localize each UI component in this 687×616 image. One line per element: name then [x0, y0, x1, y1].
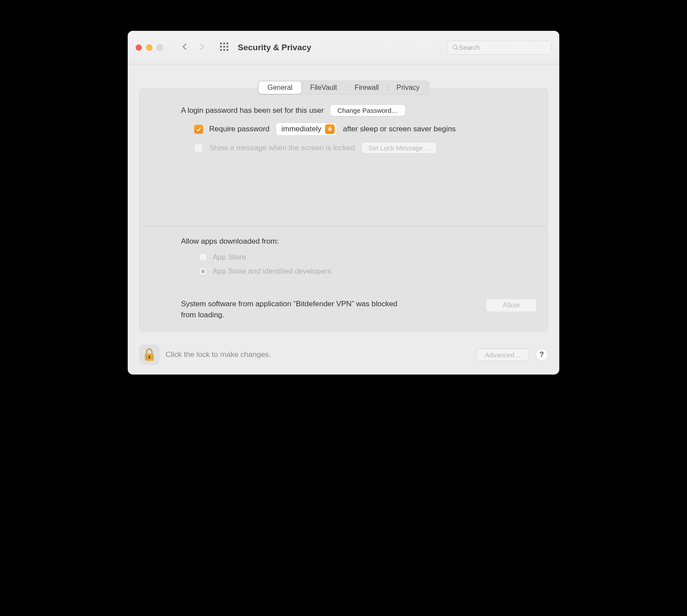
- svg-line-10: [456, 48, 458, 50]
- search-input[interactable]: [459, 44, 547, 51]
- svg-rect-3: [220, 46, 222, 48]
- footer: Click the lock to make changes. Advanced…: [128, 338, 559, 375]
- show-lock-message-label: Show a message when the screen is locked: [209, 144, 355, 152]
- nav-arrows: [181, 43, 206, 52]
- show-all-button[interactable]: [219, 42, 229, 53]
- preferences-window: Security & Privacy General FileVault Fir…: [128, 31, 559, 375]
- radio-app-store-label: App Store: [213, 253, 246, 262]
- change-password-button[interactable]: Change Password…: [330, 104, 406, 116]
- zoom-window-button[interactable]: [157, 45, 163, 51]
- advanced-button[interactable]: Advanced…: [476, 349, 529, 361]
- require-password-label-suffix: after sleep or screen saver begins: [343, 125, 456, 134]
- require-password-delay-popup[interactable]: immediately: [276, 122, 337, 136]
- lock-button[interactable]: [139, 345, 159, 365]
- radio-app-store: [199, 253, 207, 262]
- divider: [140, 226, 547, 226]
- require-password-delay-value: immediately: [281, 125, 321, 134]
- tab-privacy[interactable]: Privacy: [388, 82, 428, 94]
- lock-icon: [143, 348, 156, 362]
- login-password-set-label: A login password has been set for this u…: [181, 106, 324, 115]
- forward-button[interactable]: [198, 43, 206, 52]
- minimize-window-button[interactable]: [146, 45, 152, 51]
- require-password-checkbox[interactable]: [194, 125, 203, 134]
- svg-rect-5: [227, 46, 229, 48]
- gatekeeper-section-label: Allow apps downloaded from:: [181, 237, 537, 246]
- svg-rect-18: [149, 357, 150, 359]
- svg-rect-8: [227, 49, 229, 51]
- help-button[interactable]: ?: [536, 349, 548, 361]
- stepper-arrows-icon: [325, 124, 335, 134]
- svg-rect-7: [223, 49, 225, 51]
- svg-rect-6: [220, 49, 222, 51]
- svg-rect-0: [220, 42, 222, 44]
- tab-bar: General FileVault Firewall Privacy: [258, 81, 429, 95]
- set-lock-message-button: Set Lock Message…: [361, 142, 437, 154]
- window-controls: [136, 45, 163, 51]
- svg-rect-4: [223, 46, 225, 48]
- back-button[interactable]: [181, 43, 188, 52]
- require-password-label-prefix: Require password: [209, 125, 270, 134]
- search-icon: [452, 44, 459, 51]
- svg-rect-1: [223, 42, 225, 44]
- show-lock-message-checkbox: [194, 144, 203, 152]
- close-window-button[interactable]: [136, 45, 142, 51]
- tab-general[interactable]: General: [259, 82, 301, 94]
- svg-rect-2: [227, 42, 229, 44]
- radio-identified-developers-label: App Store and identified developers: [213, 267, 331, 276]
- titlebar: Security & Privacy: [128, 31, 559, 64]
- tab-filevault[interactable]: FileVault: [301, 82, 346, 94]
- window-title: Security & Privacy: [238, 43, 311, 52]
- general-panel: General FileVault Firewall Privacy A log…: [139, 88, 548, 331]
- search-field[interactable]: [447, 41, 551, 55]
- radio-identified-developers: [199, 267, 207, 276]
- allow-button: Allow: [486, 299, 537, 312]
- lock-hint-text: Click the lock to make changes.: [166, 350, 271, 359]
- blocked-software-message: System software from application “Bitdef…: [181, 299, 397, 320]
- tab-firewall[interactable]: Firewall: [346, 82, 388, 94]
